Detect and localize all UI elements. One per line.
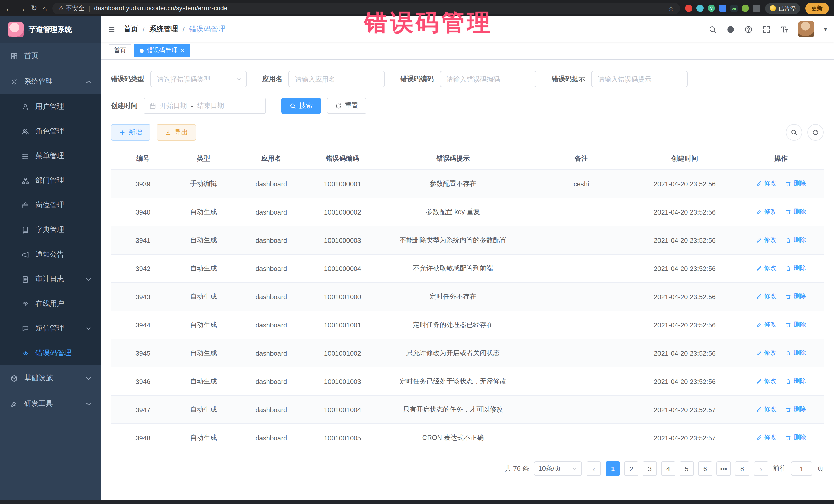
sidebar-item-infrastructure[interactable]: 基础设施 — [0, 366, 101, 391]
search-button[interactable]: 搜索 — [281, 97, 321, 114]
error-code-input[interactable] — [440, 75, 536, 83]
add-button[interactable]: 新增 — [111, 124, 150, 140]
breadcrumb-system[interactable]: 系统管理 — [149, 25, 178, 34]
page-button[interactable]: 4 — [661, 461, 675, 476]
sidebar-item-audit-log[interactable]: 审计日志 — [0, 267, 101, 291]
browser-update-button[interactable]: 更新 — [805, 2, 829, 14]
reset-button[interactable]: 重置 — [327, 97, 367, 114]
edit-link[interactable]: 修改 — [756, 264, 776, 273]
breadcrumb-home[interactable]: 首页 — [124, 25, 138, 34]
page-button[interactable]: 6 — [698, 461, 712, 476]
browser-home-icon[interactable]: ⌂ — [42, 4, 47, 13]
export-button[interactable]: 导出 — [156, 124, 196, 140]
sidebar-item-sms[interactable]: 短信管理 — [0, 316, 101, 341]
delete-link[interactable]: 删除 — [786, 236, 806, 245]
github-icon[interactable] — [726, 25, 735, 34]
browser-extension-icon[interactable]: on — [730, 5, 738, 12]
error-code-field[interactable] — [440, 71, 536, 87]
sidebar: 芋道管理系统 首页 系统管理 用户管理 角色管理 菜单管理 — [0, 17, 101, 504]
app-logo-row[interactable]: 芋道管理系统 — [0, 17, 101, 43]
cell-create-time: 2021-04-20 23:52:56 — [631, 367, 738, 395]
edit-link[interactable]: 修改 — [756, 434, 776, 442]
page-button[interactable]: 3 — [642, 461, 657, 476]
sidebar-item-notice[interactable]: 通知公告 — [0, 242, 101, 267]
font-size-icon[interactable] — [781, 25, 789, 34]
address-bar[interactable]: ⚠ 不安全 | dashboard.yudao.iocoder.cn/syste… — [52, 2, 680, 14]
sidebar-item-users[interactable]: 用户管理 — [0, 94, 101, 119]
error-type-select[interactable] — [150, 71, 247, 87]
sidebar-item-label: 研发工具 — [24, 399, 53, 409]
page-button[interactable]: 1 — [606, 461, 620, 476]
help-icon[interactable] — [744, 25, 753, 34]
page-button[interactable]: ••• — [717, 461, 731, 476]
delete-link[interactable]: 删除 — [786, 434, 806, 442]
app-name-field[interactable] — [288, 71, 385, 87]
user-icon — [22, 103, 29, 111]
page-button[interactable]: 2 — [624, 461, 638, 476]
delete-link[interactable]: 删除 — [786, 321, 806, 329]
user-avatar[interactable] — [798, 21, 815, 38]
browser-extension-icon[interactable] — [685, 5, 692, 12]
page-button[interactable]: 8 — [735, 461, 749, 476]
delete-link[interactable]: 删除 — [786, 349, 806, 357]
prev-page-button[interactable]: ‹ — [587, 461, 601, 476]
delete-link[interactable]: 删除 — [786, 405, 806, 414]
sidebar-item-posts[interactable]: 岗位管理 — [0, 193, 101, 218]
browser-extension-icon[interactable] — [719, 5, 726, 12]
browser-back-icon[interactable]: ← — [5, 4, 13, 13]
sidebar-item-home[interactable]: 首页 — [0, 43, 101, 69]
edit-link[interactable]: 修改 — [756, 405, 776, 414]
edit-link[interactable]: 修改 — [756, 292, 776, 301]
edit-link[interactable]: 修改 — [756, 207, 776, 216]
error-hint-input[interactable] — [592, 75, 687, 83]
fullscreen-icon[interactable] — [762, 25, 771, 34]
cell-app-name: dashboard — [232, 395, 310, 424]
sidebar-item-error-code[interactable]: 错误码管理 — [0, 341, 101, 366]
page-button[interactable]: 5 — [680, 461, 694, 476]
tab-close-icon[interactable]: × — [181, 47, 184, 54]
app-name-input[interactable] — [289, 75, 385, 83]
tab-home[interactable]: 首页 — [109, 44, 131, 57]
browser-reload-icon[interactable]: ↻ — [31, 4, 37, 13]
sidebar-item-dict[interactable]: 字典管理 — [0, 218, 101, 242]
error-type-select-input[interactable] — [151, 75, 246, 83]
error-hint-field[interactable] — [591, 71, 688, 87]
cell-error-code: 1001001001 — [310, 311, 375, 339]
hamburger-icon[interactable] — [108, 25, 115, 33]
sidebar-item-online-users[interactable]: 在线用户 — [0, 291, 101, 316]
edit-link[interactable]: 修改 — [756, 321, 776, 329]
avatar-caret-icon[interactable]: ▾ — [824, 26, 827, 32]
next-page-button[interactable]: › — [754, 461, 768, 476]
browser-extension-icon[interactable] — [697, 5, 704, 12]
sidebar-item-menus[interactable]: 菜单管理 — [0, 144, 101, 168]
cell-error-code: 1001000003 — [310, 226, 375, 254]
delete-link[interactable]: 删除 — [786, 292, 806, 301]
page-size-select[interactable]: 10条/页 — [534, 461, 582, 476]
search-icon[interactable] — [708, 25, 717, 34]
tab-error-code[interactable]: 错误码管理 × — [134, 44, 190, 57]
goto-page-input[interactable] — [791, 461, 812, 476]
delete-link[interactable]: 删除 — [786, 179, 806, 188]
sidebar-item-dev-tools[interactable]: 研发工具 — [0, 391, 101, 417]
sidebar-item-roles[interactable]: 角色管理 — [0, 119, 101, 144]
browser-forward-icon[interactable]: → — [18, 4, 26, 13]
paused-badge[interactable]: 已暂停 — [765, 3, 800, 14]
browser-extension-icon[interactable] — [742, 5, 749, 12]
vue-devtools-icon[interactable]: V — [708, 5, 715, 12]
edit-link[interactable]: 修改 — [756, 179, 776, 188]
edit-link[interactable]: 修改 — [756, 236, 776, 245]
sidebar-item-system[interactable]: 系统管理 — [0, 69, 101, 94]
url-text[interactable]: dashboard.yudao.iocoder.cn/system/error-… — [94, 5, 664, 12]
delete-link[interactable]: 删除 — [786, 264, 806, 273]
bookmark-star-icon[interactable]: ☆ — [668, 4, 674, 12]
delete-link[interactable]: 删除 — [786, 207, 806, 216]
refresh-table-button[interactable] — [807, 124, 824, 140]
sidebar-item-departments[interactable]: 部门管理 — [0, 168, 101, 193]
date-range-picker[interactable]: 开始日期 - 结束日期 — [144, 97, 266, 114]
edit-link[interactable]: 修改 — [756, 349, 776, 357]
show-search-button[interactable] — [786, 124, 802, 140]
puzzle-extension-icon[interactable] — [753, 5, 760, 12]
security-warning[interactable]: ⚠ 不安全 — [58, 4, 84, 13]
edit-link[interactable]: 修改 — [756, 377, 776, 386]
delete-link[interactable]: 删除 — [786, 377, 806, 386]
